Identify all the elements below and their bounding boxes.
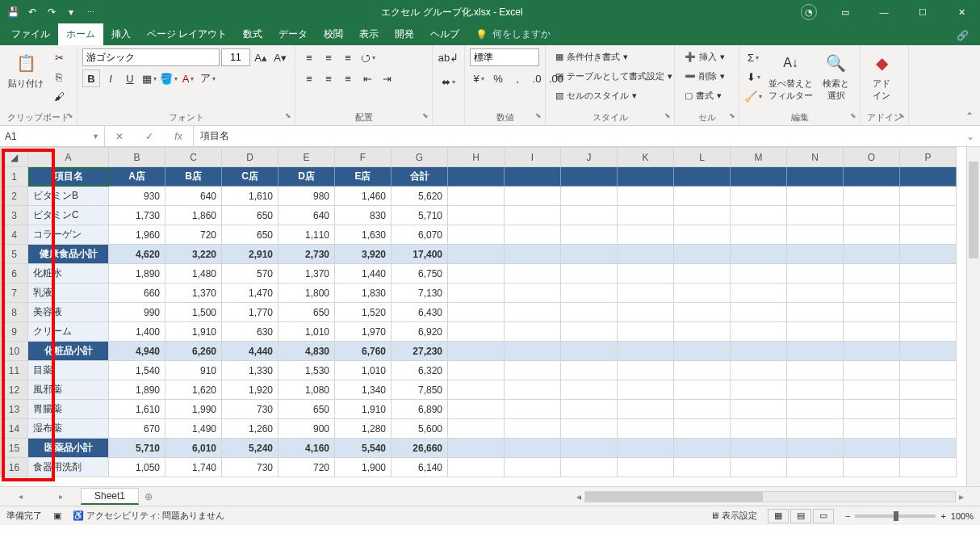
- wrap-text-icon[interactable]: ab↲: [440, 48, 458, 66]
- cell-K5[interactable]: [618, 245, 674, 264]
- cell-K4[interactable]: [618, 225, 674, 245]
- cell-J10[interactable]: [561, 342, 618, 361]
- cell-H9[interactable]: [448, 322, 505, 342]
- cell-B15[interactable]: 5,710: [109, 439, 165, 458]
- cell-M10[interactable]: [731, 342, 787, 361]
- cell-A12[interactable]: 風邪薬: [28, 380, 109, 400]
- cell-G6[interactable]: 6,750: [392, 264, 448, 284]
- cell-H8[interactable]: [448, 303, 505, 322]
- cell-G10[interactable]: 27,230: [392, 342, 448, 361]
- align-left-icon[interactable]: ≡: [300, 69, 318, 87]
- cell-H15[interactable]: [448, 439, 505, 458]
- cell-N7[interactable]: [787, 284, 844, 303]
- comma-icon[interactable]: ,: [509, 69, 526, 87]
- cell-O11[interactable]: [844, 361, 900, 380]
- cell-G1[interactable]: 合計: [392, 167, 448, 187]
- cell-B9[interactable]: 1,400: [109, 322, 165, 342]
- cell-E12[interactable]: 1,080: [279, 380, 335, 400]
- cell-D4[interactable]: 650: [222, 225, 279, 245]
- cell-B6[interactable]: 1,890: [109, 264, 165, 284]
- cell-K16[interactable]: [618, 458, 674, 477]
- cell-L11[interactable]: [674, 361, 731, 380]
- row-header-11[interactable]: 11: [1, 361, 28, 380]
- display-settings-button[interactable]: 🖥 表示設定: [710, 510, 757, 522]
- cell-B10[interactable]: 4,940: [109, 342, 165, 361]
- cell-K2[interactable]: [618, 187, 674, 206]
- cell-M2[interactable]: [731, 187, 787, 206]
- cell-N1[interactable]: [787, 167, 844, 187]
- cell-N15[interactable]: [787, 439, 844, 458]
- cell-B14[interactable]: 670: [109, 419, 165, 439]
- macro-record-icon[interactable]: ▣: [53, 510, 61, 521]
- cell-F6[interactable]: 1,440: [335, 264, 392, 284]
- maximize-icon[interactable]: ☐: [904, 0, 941, 24]
- cell-G16[interactable]: 6,140: [392, 458, 448, 477]
- col-header-I[interactable]: I: [505, 148, 561, 167]
- cell-C12[interactable]: 1,620: [165, 380, 222, 400]
- col-header-G[interactable]: G: [392, 148, 448, 167]
- cell-C11[interactable]: 910: [165, 361, 222, 380]
- cell-F4[interactable]: 1,630: [335, 225, 392, 245]
- increase-decimal-icon[interactable]: .0: [528, 69, 546, 87]
- font-name-combo[interactable]: [82, 48, 220, 66]
- cell-K11[interactable]: [618, 361, 674, 380]
- tab-developer[interactable]: 開発: [387, 23, 422, 45]
- cell-L8[interactable]: [674, 303, 731, 322]
- cell-B12[interactable]: 1,890: [109, 380, 165, 400]
- redo-icon[interactable]: ↷: [45, 6, 58, 19]
- cell-A4[interactable]: コラーゲン: [28, 225, 109, 245]
- cell-C10[interactable]: 6,260: [165, 342, 222, 361]
- find-select-button[interactable]: 🔍 検索と 選択: [819, 48, 852, 103]
- cell-B13[interactable]: 1,610: [109, 400, 165, 419]
- cell-N10[interactable]: [787, 342, 844, 361]
- cell-D3[interactable]: 650: [222, 206, 279, 225]
- borders-button[interactable]: ▦: [140, 69, 158, 87]
- cell-C9[interactable]: 1,910: [165, 322, 222, 342]
- cell-E10[interactable]: 4,830: [279, 342, 335, 361]
- cell-J13[interactable]: [561, 400, 618, 419]
- cell-B11[interactable]: 1,540: [109, 361, 165, 380]
- cell-I16[interactable]: [505, 458, 561, 477]
- sheet-tab-sheet1[interactable]: Sheet1: [81, 488, 139, 505]
- cell-I1[interactable]: [505, 167, 561, 187]
- cell-P16[interactable]: [900, 458, 957, 477]
- cell-D7[interactable]: 1,470: [222, 284, 279, 303]
- col-header-E[interactable]: E: [279, 148, 335, 167]
- cell-I13[interactable]: [505, 400, 561, 419]
- cell-O9[interactable]: [844, 322, 900, 342]
- cell-P4[interactable]: [900, 225, 957, 245]
- cell-L16[interactable]: [674, 458, 731, 477]
- col-header-P[interactable]: P: [900, 148, 957, 167]
- cell-N4[interactable]: [787, 225, 844, 245]
- col-header-C[interactable]: C: [165, 148, 222, 167]
- cell-H7[interactable]: [448, 284, 505, 303]
- cell-H6[interactable]: [448, 264, 505, 284]
- collapse-ribbon-icon[interactable]: ⌃: [965, 111, 974, 122]
- cell-G13[interactable]: 6,890: [392, 400, 448, 419]
- cell-G4[interactable]: 6,070: [392, 225, 448, 245]
- cell-E1[interactable]: D店: [279, 167, 335, 187]
- cell-B8[interactable]: 990: [109, 303, 165, 322]
- cell-K8[interactable]: [618, 303, 674, 322]
- font-size-combo[interactable]: [221, 48, 250, 66]
- cell-P12[interactable]: [900, 380, 957, 400]
- cell-G9[interactable]: 6,920: [392, 322, 448, 342]
- cell-K15[interactable]: [618, 439, 674, 458]
- expand-formula-bar-icon[interactable]: ⌄: [961, 126, 980, 146]
- align-center-icon[interactable]: ≡: [320, 69, 337, 87]
- cell-C13[interactable]: 1,990: [165, 400, 222, 419]
- align-bottom-icon[interactable]: ≡: [339, 48, 357, 66]
- cell-A5[interactable]: 健康食品小計: [28, 245, 109, 264]
- cell-F13[interactable]: 1,910: [335, 400, 392, 419]
- cell-H3[interactable]: [448, 206, 505, 225]
- tab-insert[interactable]: 挿入: [103, 23, 139, 45]
- cell-F2[interactable]: 1,460: [335, 187, 392, 206]
- cell-H13[interactable]: [448, 400, 505, 419]
- cell-J7[interactable]: [561, 284, 618, 303]
- addins-button[interactable]: ◆ アド イン: [865, 48, 898, 103]
- cell-F8[interactable]: 1,520: [335, 303, 392, 322]
- cell-O4[interactable]: [844, 225, 900, 245]
- cell-M11[interactable]: [731, 361, 787, 380]
- cell-M14[interactable]: [731, 419, 787, 439]
- cell-M13[interactable]: [731, 400, 787, 419]
